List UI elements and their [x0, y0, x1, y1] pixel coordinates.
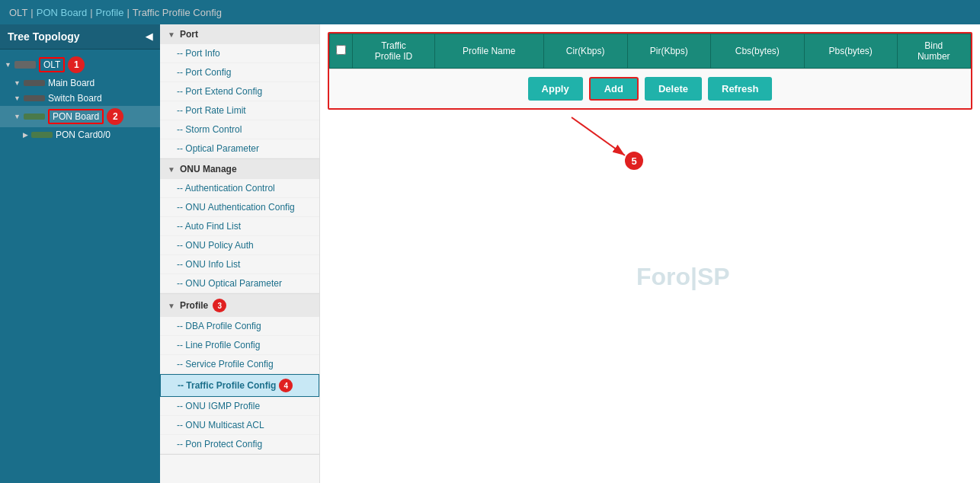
traffic-profile-table: TrafficProfile ID Profile Name Cir(Kbps)…: [329, 34, 971, 69]
switch-board-icon: [24, 95, 45, 101]
port-expand-icon: ▼: [168, 30, 175, 39]
onu-section-label: ONU Manage: [180, 164, 237, 174]
expand-icon-pon: ▼: [14, 113, 21, 120]
olt-label[interactable]: OLT: [39, 57, 65, 72]
content-area: TrafficProfile ID Profile Name Cir(Kbps)…: [320, 24, 980, 483]
col-pir: Pir(Kbps): [627, 34, 710, 69]
traffic-profile-table-container: TrafficProfile ID Profile Name Cir(Kbps)…: [328, 32, 972, 110]
expand-icon-card: ▶: [23, 131, 28, 139]
col-profile-name: Profile Name: [434, 34, 543, 69]
profile-section: ▼ Profile 3 -- DBA Profile Config -- Lin…: [160, 294, 319, 455]
profile-item-igmp[interactable]: -- ONU IGMP Profile: [160, 397, 319, 416]
breadcrumb-bar: OLT | PON Board | Profile | Traffic Prof…: [0, 0, 980, 24]
onu-item-find[interactable]: -- Auto Find List: [160, 217, 319, 236]
port-item-extend[interactable]: -- Port Extend Config: [160, 82, 319, 101]
annotation-area: 5: [328, 110, 972, 247]
watermark: Foro|SP: [636, 263, 730, 291]
tree-sidebar: Tree Topology ◀ ▼ OLT 1 ▼ Main Board ▼ S…: [0, 24, 160, 483]
onu-section: ▼ ONU Manage -- Authentication Control -…: [160, 159, 319, 294]
tree-item-main-board[interactable]: ▼ Main Board: [0, 75, 160, 91]
tree-item-pon-board[interactable]: ▼ PON Board 2: [0, 106, 160, 127]
step-badge-1: 1: [68, 56, 85, 73]
step-badge-2: 2: [107, 108, 123, 125]
profile-section-header[interactable]: ▼ Profile 3: [160, 294, 319, 317]
add-button[interactable]: Add: [589, 77, 639, 101]
olt-icon: [14, 61, 36, 69]
breadcrumb-sep1: |: [30, 7, 33, 18]
breadcrumb-sep3: |: [127, 7, 129, 18]
svg-line-1: [572, 117, 625, 155]
port-section: ▼ Port -- Port Info -- Port Config -- Po…: [160, 24, 319, 159]
onu-item-info[interactable]: -- ONU Info List: [160, 255, 319, 274]
profile-expand-icon: ▼: [168, 302, 175, 310]
pon-card-icon: [31, 132, 53, 138]
profile-item-pon-protect[interactable]: -- Pon Protect Config: [160, 435, 319, 454]
step-badge-3: 3: [213, 299, 226, 312]
onu-item-policy[interactable]: -- ONU Policy Auth: [160, 236, 319, 255]
col-cir: Cir(Kbps): [543, 34, 627, 69]
onu-section-header[interactable]: ▼ ONU Manage: [160, 159, 319, 179]
profile-item-service[interactable]: -- Service Profile Config: [160, 355, 319, 374]
tree-item-switch-board[interactable]: ▼ Switch Board: [0, 91, 160, 106]
port-section-label: Port: [180, 29, 198, 40]
breadcrumb-olt[interactable]: OLT: [9, 7, 27, 18]
main-board-icon: [24, 80, 45, 86]
profile-item-dba[interactable]: -- DBA Profile Config: [160, 317, 319, 336]
col-cbs: Cbs(bytes): [710, 34, 804, 69]
tree-content: ▼ OLT 1 ▼ Main Board ▼ Switch Board ▼: [0, 50, 160, 483]
refresh-button[interactable]: Refresh: [708, 77, 772, 101]
profile-item-multicast[interactable]: -- ONU Multicast ACL: [160, 416, 319, 435]
action-buttons-row: Apply Add Delete Refresh: [329, 69, 971, 108]
tree-title: Tree Topology: [8, 30, 80, 43]
tree-collapse-button[interactable]: ◀: [146, 31, 152, 42]
main-board-label: Main Board: [48, 78, 94, 88]
traffic-item-label: -- Traffic Profile Config: [178, 380, 276, 391]
expand-icon-main: ▼: [14, 79, 21, 87]
breadcrumb-traffic: Traffic Profile Config: [133, 7, 222, 18]
onu-item-optical[interactable]: -- ONU Optical Parameter: [160, 274, 319, 293]
port-item-config[interactable]: -- Port Config: [160, 63, 319, 82]
tree-header: Tree Topology ◀: [0, 24, 160, 50]
col-pbs: Pbs(bytes): [804, 34, 897, 69]
breadcrumb-pon-board[interactable]: PON Board: [37, 7, 87, 18]
profile-section-label: Profile: [180, 300, 208, 311]
apply-button[interactable]: Apply: [528, 77, 583, 101]
middle-menu: ▼ Port -- Port Info -- Port Config -- Po…: [160, 24, 320, 483]
switch-board-label: Switch Board: [48, 93, 102, 104]
pon-board-label[interactable]: PON Board: [48, 109, 104, 124]
tree-item-pon-card[interactable]: ▶ PON Card0/0: [0, 127, 160, 142]
onu-item-auth-ctrl[interactable]: -- Authentication Control: [160, 179, 319, 198]
col-bind-number: BindNumber: [897, 34, 970, 69]
breadcrumb-profile[interactable]: Profile: [96, 7, 124, 18]
step-badge-5: 5: [625, 152, 643, 170]
breadcrumb-sep2: |: [90, 7, 92, 18]
pon-card-label: PON Card0/0: [56, 130, 110, 140]
port-item-optical[interactable]: -- Optical Parameter: [160, 139, 319, 158]
onu-item-auth-config[interactable]: -- ONU Authentication Config: [160, 198, 319, 217]
delete-button[interactable]: Delete: [645, 77, 702, 101]
tree-item-olt[interactable]: ▼ OLT 1: [0, 54, 160, 75]
expand-icon: ▼: [5, 61, 11, 69]
port-item-storm[interactable]: -- Storm Control: [160, 120, 319, 139]
profile-item-line[interactable]: -- Line Profile Config: [160, 336, 319, 355]
step-badge-5-container: 5: [625, 152, 643, 170]
port-item-info[interactable]: -- Port Info: [160, 44, 319, 63]
onu-expand-icon: ▼: [168, 165, 175, 174]
port-item-rate[interactable]: -- Port Rate Limit: [160, 101, 319, 120]
step-badge-4: 4: [279, 379, 293, 392]
port-section-header[interactable]: ▼ Port: [160, 24, 319, 44]
pon-board-icon: [24, 114, 45, 120]
col-checkbox: [330, 34, 353, 69]
profile-item-traffic[interactable]: -- Traffic Profile Config 4: [160, 374, 319, 397]
select-all-checkbox[interactable]: [336, 45, 346, 55]
expand-icon-switch: ▼: [14, 94, 21, 102]
col-traffic-profile-id: TrafficProfile ID: [353, 34, 435, 69]
